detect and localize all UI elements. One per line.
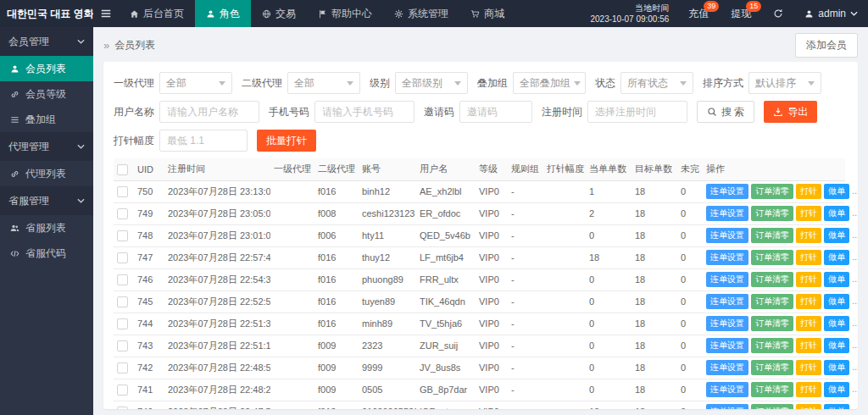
range-input[interactable] (159, 130, 248, 152)
more-actions-button[interactable]: ... (852, 406, 858, 409)
chain-settings-button[interactable]: 连单设置 (706, 250, 748, 265)
more-actions-button[interactable]: ... (852, 340, 858, 350)
select-4[interactable]: 全部叠加组 (513, 72, 586, 94)
chain-settings-button[interactable]: 连单设置 (706, 404, 748, 409)
place-order-button[interactable]: 做单 (824, 206, 849, 221)
more-actions-button[interactable]: ... (852, 230, 858, 240)
user-menu[interactable]: admin (794, 0, 868, 27)
inject-button[interactable]: 打针 (796, 250, 821, 265)
row-checkbox[interactable] (117, 340, 128, 351)
more-actions-button[interactable]: ... (852, 362, 858, 372)
sidebar-group-7[interactable]: 省服管理 (0, 186, 93, 215)
row-checkbox[interactable] (117, 296, 128, 307)
batch-inject-button[interactable]: 批量打针 (257, 130, 316, 152)
more-actions-button[interactable]: ... (852, 208, 858, 218)
input-4[interactable] (587, 101, 687, 123)
inject-button[interactable]: 打针 (796, 404, 821, 409)
order-clear-button[interactable]: 订单清零 (751, 316, 793, 331)
nav-item-3[interactable]: 交易 (251, 0, 307, 27)
input-3[interactable] (459, 101, 532, 123)
select-1[interactable]: 全部 (159, 72, 232, 94)
menu-toggle-button[interactable] (93, 0, 119, 27)
search-button[interactable]: 搜 索 (697, 101, 754, 123)
more-actions-button[interactable]: ... (852, 185, 858, 196)
input-1[interactable] (159, 101, 259, 123)
sidebar-item-3[interactable]: 会员等级 (0, 81, 93, 107)
chain-settings-button[interactable]: 连单设置 (706, 294, 748, 309)
place-order-button[interactable]: 做单 (824, 228, 849, 243)
nav-item-1[interactable]: 后台首页 (119, 0, 195, 27)
order-clear-button[interactable]: 订单清零 (751, 294, 793, 309)
recharge-link[interactable]: 充值 39 (677, 0, 720, 27)
order-clear-button[interactable]: 订单清零 (751, 184, 793, 199)
row-checkbox[interactable] (117, 407, 128, 409)
order-clear-button[interactable]: 订单清零 (751, 272, 793, 287)
row-checkbox[interactable] (117, 362, 128, 374)
inject-button[interactable]: 打针 (796, 228, 821, 243)
inject-button[interactable]: 打针 (796, 338, 821, 353)
sidebar-item-2[interactable]: 会员列表 (0, 56, 93, 81)
place-order-button[interactable]: 做单 (824, 184, 849, 199)
select-6[interactable]: 默认排序 (748, 72, 821, 94)
place-order-button[interactable]: 做单 (824, 338, 849, 353)
chain-settings-button[interactable]: 连单设置 (706, 382, 748, 397)
row-checkbox[interactable] (117, 274, 128, 285)
inject-button[interactable]: 打针 (796, 316, 821, 331)
place-order-button[interactable]: 做单 (824, 272, 849, 287)
inject-button[interactable]: 打针 (796, 294, 821, 309)
place-order-button[interactable]: 做单 (824, 360, 849, 375)
row-checkbox[interactable] (117, 318, 128, 329)
inject-button[interactable]: 打针 (796, 272, 821, 287)
chain-settings-button[interactable]: 连单设置 (706, 360, 748, 375)
row-checkbox[interactable] (117, 385, 128, 396)
row-checkbox[interactable] (117, 252, 128, 263)
place-order-button[interactable]: 做单 (824, 294, 849, 309)
select-5[interactable]: 所有状态 (620, 72, 693, 94)
row-checkbox[interactable] (117, 186, 128, 197)
more-actions-button[interactable]: ... (852, 296, 858, 306)
chain-settings-button[interactable]: 连单设置 (706, 184, 748, 199)
nav-item-5[interactable]: 系统管理 (383, 0, 459, 27)
add-member-button[interactable]: 添加会员 (795, 33, 858, 58)
inject-button[interactable]: 打针 (796, 382, 821, 397)
row-checkbox[interactable] (117, 208, 128, 219)
sidebar-group-5[interactable]: 代理管理 (0, 132, 93, 161)
inject-button[interactable]: 打针 (796, 184, 821, 199)
select-all-checkbox[interactable] (117, 164, 128, 175)
chain-settings-button[interactable]: 连单设置 (706, 272, 748, 287)
more-actions-button[interactable]: ... (852, 384, 858, 394)
order-clear-button[interactable]: 订单清零 (751, 382, 793, 397)
order-clear-button[interactable]: 订单清零 (751, 338, 793, 353)
chain-settings-button[interactable]: 连单设置 (706, 338, 748, 353)
more-actions-button[interactable]: ... (852, 274, 858, 284)
inject-button[interactable]: 打针 (796, 360, 821, 375)
order-clear-button[interactable]: 订单清零 (751, 250, 793, 265)
nav-item-6[interactable]: 商城 (459, 0, 515, 27)
refresh-button[interactable] (762, 0, 794, 27)
order-clear-button[interactable]: 订单清零 (751, 228, 793, 243)
place-order-button[interactable]: 做单 (824, 250, 849, 265)
inject-button[interactable]: 打针 (796, 206, 821, 221)
sidebar-item-8[interactable]: 省服列表 (0, 215, 93, 241)
nav-item-4[interactable]: 帮助中心 (307, 0, 383, 27)
chain-settings-button[interactable]: 连单设置 (706, 316, 748, 331)
row-checkbox[interactable] (117, 230, 128, 241)
place-order-button[interactable]: 做单 (824, 316, 849, 331)
order-clear-button[interactable]: 订单清零 (751, 360, 793, 375)
order-clear-button[interactable]: 订单清零 (751, 404, 793, 409)
order-clear-button[interactable]: 订单清零 (751, 206, 793, 221)
withdraw-link[interactable]: 提现 15 (720, 0, 762, 27)
export-button[interactable]: 导出 (764, 101, 817, 123)
nav-item-2[interactable]: 角色 (195, 0, 251, 27)
chain-settings-button[interactable]: 连单设置 (706, 206, 748, 221)
place-order-button[interactable]: 做单 (824, 404, 849, 409)
sidebar-item-9[interactable]: 省服代码 (0, 241, 93, 266)
select-2[interactable]: 全部 (287, 72, 360, 94)
chain-settings-button[interactable]: 连单设置 (706, 228, 748, 243)
sidebar-group-1[interactable]: 会员管理 (0, 27, 93, 56)
more-actions-button[interactable]: ... (852, 318, 858, 328)
more-actions-button[interactable]: ... (852, 252, 858, 262)
input-2[interactable] (314, 101, 415, 123)
select-3[interactable]: 全部级别 (395, 72, 468, 94)
sidebar-item-6[interactable]: 代理列表 (0, 161, 93, 186)
